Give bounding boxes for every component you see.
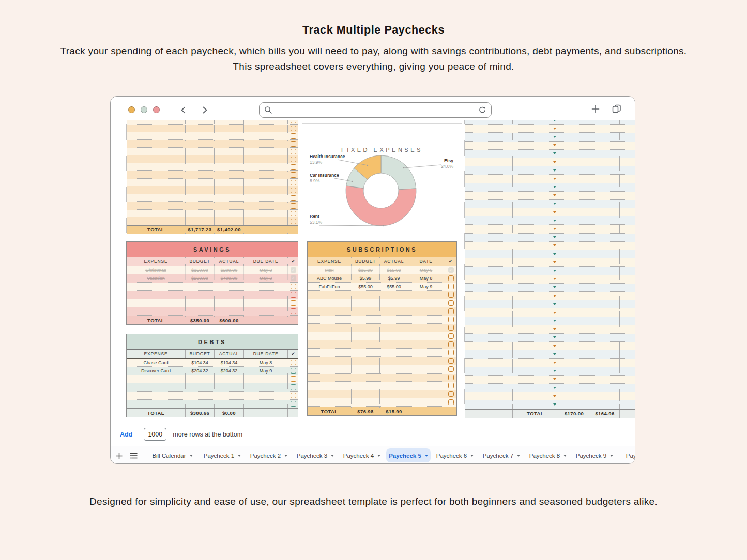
right-panel-cell[interactable] [465,292,513,300]
fixed-expenses-cell[interactable] [186,132,215,139]
dropdown-arrow-icon[interactable] [553,345,556,347]
subscriptions-cell[interactable] [408,374,444,381]
dropdown-arrow-icon[interactable] [553,228,556,230]
right-panel-cell[interactable] [465,133,513,141]
savings-cell[interactable] [244,299,288,307]
right-panel-cell[interactable] [513,208,558,216]
checkbox[interactable] [448,350,454,355]
tab-overview-icon[interactable] [612,104,621,113]
checkbox[interactable] [448,284,454,289]
savings-cell[interactable] [127,291,186,299]
subscriptions-cell[interactable] [308,316,352,323]
right-panel-cell[interactable] [558,242,590,250]
savings-cell[interactable] [288,283,299,290]
subscriptions-cell[interactable]: $55.00 [352,283,380,290]
subscriptions-cell[interactable] [408,332,444,340]
forward-icon[interactable] [202,106,208,114]
right-panel-row[interactable] [465,133,635,141]
dropdown-arrow-icon[interactable] [553,395,556,397]
right-panel-cell[interactable] [590,258,620,266]
debts-row[interactable] [127,400,298,408]
right-panel-cell[interactable] [558,308,590,316]
savings-row[interactable] [127,283,298,291]
debts-cell[interactable] [127,375,186,383]
window-control-3-icon[interactable] [153,106,160,113]
subscriptions-cell[interactable] [444,374,458,381]
right-panel-row[interactable] [465,200,635,208]
debts-cell[interactable] [215,400,244,408]
fixed-expenses-cell[interactable] [244,155,288,163]
savings-cell[interactable] [215,307,244,315]
checkbox[interactable] [291,172,296,178]
savings-cell[interactable] [244,307,288,315]
fixed-expenses-row[interactable] [127,210,298,217]
right-panel-cell[interactable] [513,216,558,224]
savings-cell[interactable]: $200.00 [186,274,215,282]
fixed-expenses-cell[interactable] [127,171,186,178]
right-panel-cell[interactable] [558,175,590,182]
subscriptions-cell[interactable]: $5.99 [352,274,380,282]
dropdown-arrow-icon[interactable] [553,278,556,280]
right-panel-cell[interactable] [558,208,590,216]
subscriptions-cell[interactable] [352,390,380,398]
subscriptions-cell[interactable] [352,382,380,390]
right-panel-cell[interactable] [513,225,558,232]
savings-cell[interactable]: $150.00 [186,266,215,274]
right-panel-cell[interactable] [558,142,590,149]
tab-dropdown-icon[interactable] [563,455,567,457]
fixed-expenses-cell[interactable] [127,186,186,194]
dropdown-arrow-icon[interactable] [553,336,556,338]
savings-cell[interactable]: Christmas [127,266,186,274]
right-panel-cell[interactable] [465,225,513,232]
right-panel-cell[interactable] [465,392,513,400]
fixed-expenses-cell[interactable] [215,186,244,194]
sheet-tab-paycheck-2[interactable]: Paycheck 2 [246,446,292,464]
dropdown-arrow-icon[interactable] [553,236,556,238]
right-panel-cell[interactable] [620,158,635,166]
right-panel-cell[interactable] [513,175,558,182]
right-panel-cell[interactable] [590,300,620,308]
subscriptions-row[interactable] [308,349,456,357]
savings-row[interactable]: Christmas$150.00$200.00May 3✓ [127,266,298,274]
right-panel-cell[interactable] [620,308,635,316]
tab-dropdown-icon[interactable] [190,455,193,457]
subscriptions-row[interactable] [308,382,456,390]
right-panel-cell[interactable] [558,250,590,258]
right-panel-cell[interactable] [590,208,620,216]
address-bar[interactable] [259,102,492,118]
right-panel-cell[interactable] [558,376,590,383]
fixed-expenses-cell[interactable] [186,163,215,170]
right-panel-cell[interactable] [590,166,620,174]
subscriptions-cell[interactable] [352,307,380,315]
dropdown-arrow-icon[interactable] [553,244,556,246]
right-panel-cell[interactable] [465,317,513,325]
right-panel-cell[interactable] [465,334,513,341]
savings-cell[interactable]: Vacation [127,274,186,282]
right-panel-row[interactable] [465,234,635,242]
subscriptions-cell[interactable]: $55.00 [380,283,408,290]
subscriptions-cell[interactable] [444,291,458,299]
dropdown-arrow-icon[interactable] [553,312,556,314]
fixed-expenses-cell[interactable] [244,179,288,186]
right-panel-cell[interactable] [513,133,558,141]
right-panel-row[interactable] [465,125,635,133]
dropdown-arrow-icon[interactable] [553,128,556,130]
checkbox[interactable] [291,393,296,398]
debts-cell[interactable] [288,400,299,408]
debts-cell[interactable] [127,400,186,408]
checkbox[interactable] [291,368,296,374]
checkbox[interactable]: ✓ [291,267,296,273]
dropdown-arrow-icon[interactable] [553,362,556,364]
checkbox[interactable] [291,188,296,193]
subscriptions-cell[interactable] [444,349,458,356]
subscriptions-row[interactable]: ABC Mouse$5.99$5.99May 8 [308,274,456,283]
checkbox[interactable] [291,126,296,131]
dropdown-arrow-icon[interactable] [553,161,556,163]
right-panel-cell[interactable] [465,166,513,174]
right-panel-cell[interactable] [590,120,620,124]
savings-cell[interactable]: May 3 [244,274,288,282]
subscriptions-cell[interactable] [408,357,444,365]
checkbox[interactable] [291,376,296,382]
right-panel-cell[interactable] [558,275,590,283]
subscriptions-cell[interactable] [444,365,458,373]
